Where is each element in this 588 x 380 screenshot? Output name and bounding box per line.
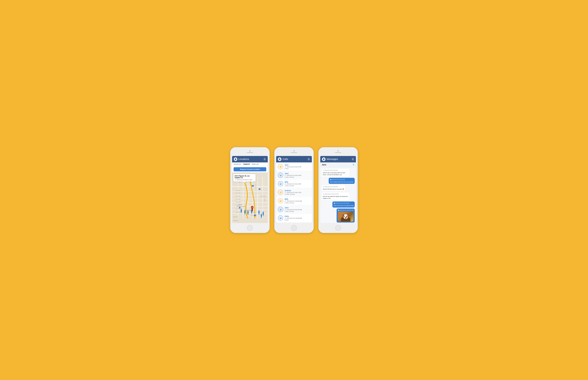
svg-point-51	[244, 210, 245, 211]
close-button[interactable]: ✕	[353, 163, 354, 166]
call-icon-incoming-6	[278, 207, 283, 212]
shield-icon-3: K	[322, 157, 326, 161]
call-duration-3: 1 mins, 32 secs	[285, 185, 310, 187]
phone-top-bar-1	[230, 147, 269, 156]
messages-screen: K Messages ☰ Jane ✕ 🕐2016-02-24 6:22:28 …	[320, 156, 356, 223]
locations-toolbar: SHOW ALL ANIMATE VIEW LIST	[232, 162, 268, 166]
call-icon-incoming-2	[278, 172, 283, 178]
msg-text-2: yeah totally what time are you going?	[330, 181, 353, 183]
camera-1	[249, 150, 251, 152]
call-item[interactable]: Billy 🕐2016-02-25 11:03:23 AM 1 mins, 43…	[276, 197, 312, 205]
call-name-2: Jane	[285, 172, 310, 174]
speaker-3	[335, 152, 341, 153]
msg-time-3: 🕐2016-02-24 6:26:55 PM	[323, 186, 344, 188]
call-item[interactable]: Billy 🕐2016-02-25 1:55:13 PM 1 mins, 32 …	[276, 180, 312, 188]
call-time-6: 🕐2016-02-25 10:53:34 AM	[285, 209, 310, 210]
call-info-7: Katie 🕐2016-02-24 11:46:58 AM 0 secs	[285, 215, 310, 221]
hamburger-icon-3[interactable]: ☰	[352, 158, 354, 161]
call-item[interactable]: Jane 🕐2016-02-25 2:05:23 PM 1 mins, 34 s…	[276, 171, 312, 180]
request-location-button[interactable]: Request Current Location	[234, 167, 266, 171]
phone-bottom-bar-2	[275, 223, 313, 233]
messages-header-left: K Messages	[322, 157, 338, 161]
call-duration-6: 1 mins, 18 secs	[285, 211, 310, 212]
call-info-4: Andrew 🕐2016-02-25 1:06:27 PM 17 mins, 2…	[285, 190, 310, 195]
home-button-3[interactable]	[335, 225, 341, 231]
message-bubble-5: 🕐2016-02-24 10:18:20 PM yeah i just have…	[332, 201, 355, 208]
svg-point-60	[259, 210, 259, 211]
svg-text:14B: 14B	[254, 215, 256, 216]
map-tooltip: 215 S Figuero St, Los Angeles CA 🕐 2016-…	[233, 174, 256, 182]
shield-icon-2: K	[278, 157, 281, 161]
svg-text:W 118th St: W 118th St	[236, 212, 240, 213]
shield-icon-1: K	[234, 157, 237, 161]
call-time-3: 🕐2016-02-25 1:55:13 PM	[285, 183, 310, 185]
calls-header-left: K Calls	[278, 157, 288, 161]
call-item[interactable]: Andrew 🕐2016-02-25 1:06:27 PM 17 mins, 2…	[276, 188, 312, 197]
call-name-3: Billy	[285, 181, 310, 183]
hamburger-icon-1[interactable]: ☰	[263, 158, 266, 161]
call-info-1: Jane 🕐2016-02-26 6:45:22 PM 0 secs	[285, 164, 310, 169]
svg-text:★: ★	[252, 207, 253, 208]
hamburger-icon-2[interactable]: ☰	[308, 158, 310, 161]
messages-list: 🕐2016-02-24 6:22:28 PM want to go to the…	[320, 167, 356, 223]
call-info-5: Billy 🕐2016-02-25 11:03:23 AM 1 mins, 43…	[285, 198, 310, 204]
svg-text:W 109th Pl: W 109th Pl	[236, 190, 240, 191]
home-button-1[interactable]	[247, 225, 253, 231]
svg-text:S Figueroa St: S Figueroa St	[255, 184, 256, 189]
phone-bottom-bar-1	[230, 223, 269, 233]
svg-text:W 112th St: W 112th St	[236, 199, 240, 199]
calls-title: Calls	[283, 158, 288, 161]
phone-top-bar-2	[275, 147, 313, 156]
svg-text:W 117th St: W 117th St	[236, 209, 240, 209]
call-duration-1: 0 secs	[285, 168, 310, 169]
svg-text:W 113th St: W 113th St	[236, 202, 240, 203]
call-name-1: Jane	[285, 164, 310, 166]
svg-text:W 110th St: W 110th St	[236, 192, 240, 193]
phone-calls: K Calls ☰	[274, 147, 314, 233]
call-item[interactable]: Jane 🕐2016-02-25 10:53:34 AM 1 mins, 18 …	[276, 205, 312, 214]
clock-icon-tooltip: 🕐	[235, 179, 236, 181]
call-icon-incoming-7	[278, 215, 283, 221]
call-icon-outgoing-1	[278, 164, 283, 169]
phone-top-bar-3	[319, 147, 358, 156]
animate-btn[interactable]: ANIMATE	[243, 163, 250, 165]
messages-header: K Messages ☰	[320, 156, 356, 162]
show-all-btn[interactable]: SHOW ALL	[234, 163, 242, 165]
call-info-6: Jane 🕐2016-02-25 10:53:34 AM 1 mins, 18 …	[285, 207, 310, 212]
map-container: W 109th Pl W 110th St W 111th St W 112th…	[232, 172, 268, 223]
svg-point-66	[261, 214, 262, 214]
svg-text:7A: 7A	[239, 208, 240, 208]
call-item[interactable]: Katie 🕐2016-02-24 11:46:58 AM 0 secs	[276, 214, 312, 222]
call-name-5: Billy	[285, 198, 310, 200]
svg-point-54	[248, 211, 248, 211]
tooltip-time: 🕐 2016-02-28 10:56:17 AM	[235, 179, 254, 181]
speaker-1	[247, 152, 253, 153]
msg-time-1: 🕐2016-02-24 6:22:28 PM	[323, 170, 348, 171]
call-item[interactable]: Jane 🕐2016-02-26 6:45:22 PM 0 secs	[276, 162, 312, 171]
message-bubble-2: 🕐2016-02-24 6:26:33 PM yeah totally what…	[329, 178, 355, 184]
locations-header-left: K Locations	[234, 157, 249, 161]
locations-title: Locations	[239, 158, 249, 161]
home-button-2[interactable]	[291, 225, 297, 231]
view-list-btn[interactable]: VIEW LIST	[252, 163, 259, 165]
call-duration-4: 17 mins, 24 secs	[285, 193, 310, 195]
call-duration-5: 1 mins, 43 secs	[285, 202, 310, 204]
locations-header: K Locations ☰	[232, 156, 268, 162]
phone-bottom-bar-3	[319, 223, 358, 233]
call-duration-2: 1 mins, 34 secs	[285, 176, 310, 178]
svg-text:Orchard Ave: Orchard Ave	[233, 220, 238, 221]
svg-text:Imperial Hwy: Imperial Hwy	[260, 195, 266, 197]
calls-screen: K Calls ☰	[276, 156, 312, 223]
dog-image	[338, 212, 353, 222]
call-name-4: Andrew	[285, 190, 310, 191]
message-bubble-3: 🕐2016-02-24 6:26:55 PM around 10 text yo…	[322, 185, 346, 191]
svg-text:W 111th St: W 111th St	[236, 196, 240, 196]
camera-2	[293, 150, 295, 152]
svg-text:Athens Blvd: Athens Blvd	[233, 216, 238, 217]
call-icon-incoming-3	[278, 181, 283, 186]
msg-time-5: 🕐2016-02-24 10:18:20 PM	[334, 202, 353, 204]
call-name-6: Jane	[285, 207, 310, 209]
svg-text:14A: 14A	[259, 189, 260, 190]
messages-contact-bar: Jane ✕	[320, 162, 356, 167]
msg-text-4: hey we are about to leave my house be re…	[323, 195, 348, 199]
